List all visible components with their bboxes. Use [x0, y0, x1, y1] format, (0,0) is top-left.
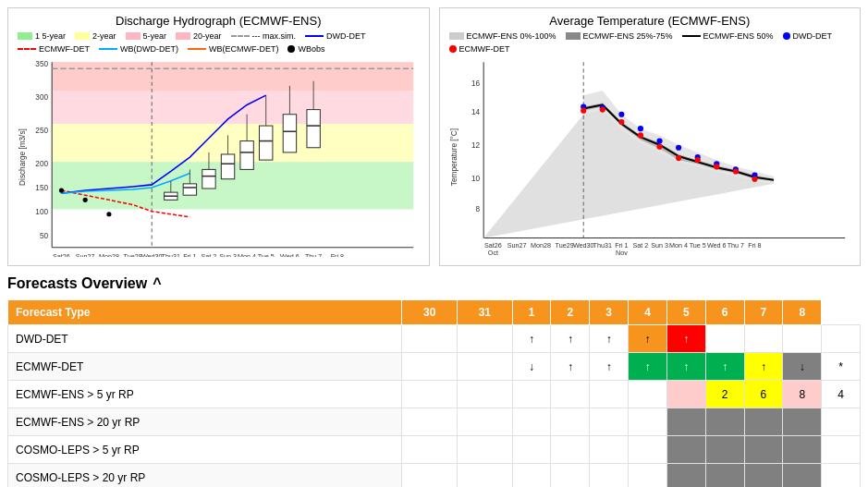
svg-text:Sat 2: Sat 2: [202, 252, 217, 257]
col-header-31: 31: [458, 300, 513, 325]
cell-4-4: [590, 436, 629, 464]
temp-legend-ens-50: ECMWF-ENS 50%: [682, 31, 774, 41]
legend-maxsim-label: --- max.sim.: [252, 31, 297, 41]
svg-rect-33: [240, 141, 253, 170]
cell-5-4: [590, 464, 629, 487]
svg-rect-39: [283, 115, 296, 152]
cell-0-7: [705, 325, 744, 353]
cell-2-6: [666, 381, 705, 408]
forecasts-title: Forecasts Overview: [7, 275, 147, 292]
svg-text:Mon 4: Mon 4: [669, 241, 688, 250]
legend-20year-color: [176, 32, 190, 40]
cell-0-9: [783, 325, 822, 353]
cell-1-10: *: [822, 353, 861, 381]
legend-wb-dwd-line: [99, 48, 117, 50]
cell-4-6: [666, 436, 705, 464]
svg-text:Discharge [m3/s]: Discharge [m3/s]: [18, 128, 27, 186]
temp-legend-ens-0-100: ECMWF-ENS 0%-100%: [449, 31, 556, 41]
cell-2-10: 4: [822, 381, 861, 408]
svg-point-85: [732, 168, 738, 174]
svg-text:Temperature [°C]: Temperature [°C]: [450, 128, 458, 186]
svg-text:50: 50: [40, 232, 49, 240]
cell-2-5: [629, 381, 667, 408]
cell-2-9: 8: [783, 381, 822, 408]
cell-1-1: [458, 353, 513, 381]
row-3-label: ECMWF-ENS > 20 yr RP: [8, 408, 402, 436]
svg-text:14: 14: [471, 108, 480, 116]
cell-0-2: ↑: [512, 325, 551, 353]
svg-point-86: [752, 177, 757, 182]
temp-legend-ens-25-75-label: ECMWF-ENS 25%-75%: [583, 31, 673, 41]
col-header-type: Forecast Type: [8, 300, 402, 325]
cell-1-9: ↓: [783, 353, 822, 381]
cell-0-1: [458, 325, 513, 353]
col-header-1: 1: [512, 300, 551, 325]
svg-text:Wed30: Wed30: [141, 252, 163, 257]
legend-2year-color: [75, 32, 90, 40]
col-header-30: 30: [402, 300, 458, 325]
svg-rect-24: [183, 184, 196, 195]
temp-legend-ens-25-75-color: [566, 32, 581, 40]
svg-point-82: [676, 155, 681, 161]
cell-5-1: [458, 464, 513, 487]
legend-20year: 20-year: [176, 31, 222, 41]
svg-text:Nov: Nov: [615, 249, 627, 257]
cell-5-10: [822, 464, 861, 487]
legend-ecmwf-det-line: [18, 48, 36, 50]
legend-20year-label: 20-year: [193, 31, 222, 41]
cell-1-0: [402, 353, 458, 381]
svg-text:Thu 7: Thu 7: [305, 252, 322, 257]
cell-0-4: ↑: [590, 325, 629, 353]
cell-3-4: [590, 408, 629, 436]
cell-4-8: [744, 436, 783, 464]
temp-legend-ens-25-75: ECMWF-ENS 25%-75%: [566, 31, 673, 41]
cell-1-2: ↓: [512, 353, 551, 381]
charts-row: Discharge Hydrograph (ECMWF-ENS) 1 5-yea…: [7, 7, 861, 266]
cell-5-9: [783, 464, 822, 487]
temperature-chart-legend: ECMWF-ENS 0%-100% ECMWF-ENS 25%-75% ECMW…: [446, 31, 855, 54]
svg-text:Fri 1: Fri 1: [183, 252, 196, 257]
svg-text:250: 250: [35, 127, 48, 135]
svg-text:Fri 8: Fri 8: [331, 252, 344, 257]
svg-text:Wed30: Wed30: [572, 241, 593, 250]
cell-1-3: ↑: [551, 353, 590, 381]
svg-text:300: 300: [35, 93, 48, 102]
row-1-label: ECMWF-DET: [8, 353, 402, 381]
temp-legend-dwd-dot: [783, 32, 790, 40]
cell-1-7: ↑: [705, 353, 744, 381]
cell-5-6: [666, 464, 705, 487]
cell-5-0: [402, 464, 458, 487]
svg-text:16: 16: [471, 79, 480, 88]
row-2-label: ECMWF-ENS > 5 yr RP: [8, 381, 402, 408]
legend-ecmwf-det: ECMWF-DET: [18, 44, 90, 54]
cell-5-8: [744, 464, 783, 487]
cell-2-1: [458, 381, 513, 408]
svg-rect-42: [307, 110, 320, 148]
legend-wb-ecmwf-label: WB(ECMWF-DET): [209, 44, 278, 54]
svg-rect-36: [259, 126, 272, 160]
table-row: ECMWF-ENS > 5 yr RP2684: [8, 381, 861, 408]
svg-point-71: [656, 138, 662, 143]
forecasts-header[interactable]: Forecasts Overview ^: [7, 275, 861, 292]
svg-text:Thu 7: Thu 7: [727, 241, 743, 250]
discharge-chart-panel: Discharge Hydrograph (ECMWF-ENS) 1 5-yea…: [7, 7, 430, 266]
col-header-5: 5: [666, 300, 705, 325]
legend-1-5year-label: 1 5-year: [35, 31, 66, 41]
legend-5year: 5-year: [126, 31, 167, 41]
svg-text:Sat26: Sat26: [53, 252, 70, 257]
cell-3-5: [629, 408, 667, 436]
svg-point-72: [676, 145, 681, 151]
cell-2-4: [590, 381, 629, 408]
col-header-8: 8: [783, 300, 822, 325]
temp-legend-dwd: DWD-DET: [783, 31, 833, 41]
legend-wb-dwd: WB(DWD-DET): [99, 44, 178, 54]
svg-text:Wed 6: Wed 6: [706, 241, 726, 250]
legend-maxsim-line: [231, 35, 250, 37]
svg-point-80: [637, 132, 642, 138]
svg-rect-0: [52, 62, 413, 91]
table-row: DWD-DET↑↑↑↑↑: [8, 325, 861, 353]
cell-3-0: [402, 408, 458, 436]
svg-text:Sat 2: Sat 2: [632, 241, 648, 250]
svg-rect-27: [202, 169, 215, 189]
svg-text:350: 350: [35, 60, 48, 68]
